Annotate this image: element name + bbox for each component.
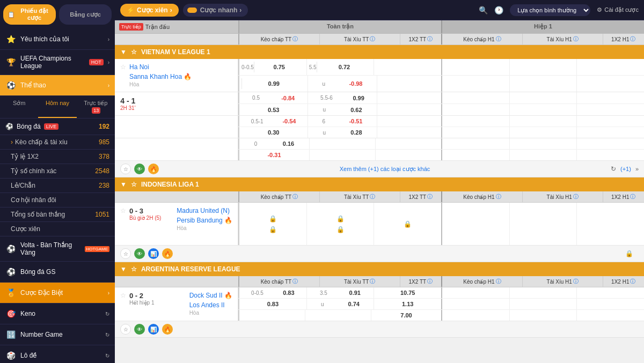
tab-tructiep[interactable]: Trực tiếp 13 bbox=[77, 96, 115, 118]
expand-icon[interactable]: ▼ bbox=[120, 48, 127, 56]
sport-category-bongda[interactable]: ⚽ Bóng đá LIVE 192 bbox=[0, 118, 115, 135]
star-icon[interactable]: ☆ bbox=[131, 48, 137, 56]
team-details-argentina: Dock Sud II 🔥 Los Andes II Hòa bbox=[189, 292, 232, 316]
phieu-dat-cuoc-button[interactable]: 📋 Phiếu đặt cược bbox=[3, 4, 56, 25]
kc-val-arg-a[interactable]: 0.83 bbox=[283, 290, 294, 296]
sidebar-item-cuocdacbiet[interactable]: 🏅 Cược Đặc Biệt › bbox=[0, 283, 115, 303]
kc-val-2b[interactable]: 0.53 bbox=[268, 107, 279, 113]
star-icon[interactable]: ☆ bbox=[120, 292, 126, 316]
tx-val-arg-a[interactable]: 0.91 bbox=[349, 290, 361, 296]
league-header-vleague[interactable]: ▼ ☆ VIETNAM V LEAGUE 1 bbox=[115, 45, 644, 59]
x2-val-arg-a[interactable]: 10.75 bbox=[400, 290, 415, 296]
star-icon[interactable]: ☆ bbox=[131, 181, 137, 188]
indonesia-team1[interactable]: Madura United (N) bbox=[177, 207, 232, 214]
star-icon[interactable]: ☆ bbox=[120, 63, 126, 87]
x2-val-arg-b[interactable]: 1.13 bbox=[402, 301, 413, 307]
indonesia-team2[interactable]: Persib Bandung 🔥 bbox=[177, 217, 232, 224]
sidebar-item-cuocxien[interactable]: Cược xiên bbox=[0, 222, 115, 236]
kc-val-3a[interactable]: -0.54 bbox=[282, 118, 296, 124]
expand-icon[interactable]: ▼ bbox=[120, 265, 127, 273]
indonesia-odds-area: 🔒 🔒 🔒 🔒 🔒 bbox=[238, 203, 644, 245]
taixiu-h1-4a bbox=[510, 138, 577, 149]
eye-icon[interactable]: 👁 bbox=[134, 248, 145, 259]
tab-homnay[interactable]: Hôm nay bbox=[38, 96, 76, 118]
star-icon[interactable]: ☆ bbox=[120, 324, 131, 335]
more-count[interactable]: (+1) bbox=[620, 166, 631, 172]
x2tt-arg: 1X2 TT ⓘ bbox=[400, 276, 441, 287]
league-header-indonesia[interactable]: ▼ ☆ INDONESIA LIGA 1 bbox=[115, 177, 644, 191]
chart-icon[interactable]: 📊 bbox=[148, 324, 159, 335]
kc-val-2a[interactable]: -0.84 bbox=[281, 95, 295, 101]
sidebar-item-tongso[interactable]: Tổng số bàn thắng 1051 bbox=[0, 208, 115, 222]
sidebar-item-bongdags[interactable]: ⚽ Bóng đá GS bbox=[0, 262, 115, 283]
tx-val-2b[interactable]: 0.62 bbox=[350, 107, 362, 113]
expand-icon[interactable]: ▼ bbox=[120, 181, 127, 188]
cuoc-nhanh-button[interactable]: Cược nhanh › bbox=[183, 4, 248, 17]
more-bets-link[interactable]: Xem thêm (+1) các loại cược khác bbox=[163, 166, 606, 173]
top-nav: ⚡ Cược xiên › Cược nhanh › 🔍 🕐 Lựa chọn … bbox=[115, 0, 644, 20]
star-icon[interactable]: ☆ bbox=[120, 207, 126, 241]
chevron-right-icon: › bbox=[108, 60, 109, 65]
kc-val-arg-b[interactable]: 0.83 bbox=[267, 301, 279, 307]
keochap-h1-1a bbox=[442, 59, 510, 75]
hiep1-odds-2b bbox=[441, 104, 644, 115]
kc-val-3b[interactable]: 0.30 bbox=[268, 129, 279, 136]
search-icon[interactable]: 🔍 bbox=[479, 6, 488, 14]
x2h1-id: 1X2 H1 ⓘ bbox=[603, 191, 644, 202]
star-icon[interactable]: ☆ bbox=[120, 164, 131, 174]
tx-val-2a[interactable]: 0.99 bbox=[353, 95, 364, 101]
sidebar-item-keno[interactable]: 🎯 Keno ↻ bbox=[0, 303, 115, 324]
sidebar-item-lechan[interactable]: Lẻ/Chẵn 238 bbox=[0, 179, 115, 193]
sidebar-item-uefa[interactable]: 🏆 UEFA Champions League HOT › bbox=[0, 50, 115, 75]
fire-icon[interactable]: 🔥 bbox=[162, 324, 173, 335]
col-sub-headers-indonesia: Kèo chấp TT ⓘ Tài Xíu TT ⓘ 1X2 TT ⓘ Kèo … bbox=[115, 191, 644, 203]
tx-val-1a[interactable]: 0.72 bbox=[317, 62, 372, 72]
chart-icon[interactable]: 📊 bbox=[148, 248, 159, 259]
league-header-argentina[interactable]: ▼ ☆ ARGENTINA RESERVE LEAGUE bbox=[115, 262, 644, 276]
tab-som[interactable]: Sớm bbox=[0, 96, 38, 118]
match-odds-argentina: 0-0.5 0.83 3.5 0.91 10.75 bbox=[238, 287, 644, 321]
argentina-team1[interactable]: Dock Sud II 🔥 bbox=[189, 292, 232, 299]
sidebar-item-numbergame[interactable]: 🔢 Number Game ↻ bbox=[0, 324, 115, 345]
x2-val-arg-c[interactable]: 7.00 bbox=[400, 312, 412, 318]
taixiu-cell-1b: u -0.98 bbox=[308, 76, 377, 92]
kc-val-1a[interactable]: 0.75 bbox=[254, 62, 304, 72]
hotgame-badge: HOTGAME bbox=[85, 246, 109, 252]
tongso-count: 1051 bbox=[95, 211, 109, 218]
settings-button[interactable]: ⚙ Cài đặt cược bbox=[597, 6, 639, 13]
refresh-icon-small[interactable]: ↻ bbox=[611, 165, 616, 173]
sidebar-item-keochap[interactable]: › Kèo chấp & tài xíu 985 bbox=[0, 135, 115, 150]
eye-icon[interactable]: 👁 bbox=[134, 164, 145, 174]
argentina-team2[interactable]: Los Andes II bbox=[189, 301, 232, 309]
hiep1-odds-4a bbox=[441, 138, 644, 149]
eye-icon[interactable]: 👁 bbox=[134, 324, 145, 335]
tx-val-1b[interactable]: -0.98 bbox=[349, 80, 362, 87]
sidebar-item-yeuthich[interactable]: ⭐ Yêu thích của tôi › bbox=[0, 29, 115, 50]
fire-icon[interactable]: 🔥 bbox=[162, 248, 173, 259]
bang-cuoc-button[interactable]: Bảng cược bbox=[59, 4, 112, 25]
star-icon[interactable]: ☆ bbox=[131, 265, 137, 273]
sidebar-item-ty1x2[interactable]: Tỷ lệ 1X2 378 bbox=[0, 150, 115, 164]
sidebar-item-tychinhxac[interactable]: Tỷ số chính xác 2548 bbox=[0, 164, 115, 179]
kc-val-4a[interactable]: 0.16 bbox=[283, 140, 294, 147]
kc-val-4b[interactable]: -0.31 bbox=[267, 152, 281, 158]
sidebar-item-thethao[interactable]: ⚽ Thể thao › bbox=[0, 75, 115, 96]
tx-val-3a[interactable]: -0.51 bbox=[349, 118, 362, 124]
keochap-cell-arg-a: 0-0.5 0.83 bbox=[239, 287, 307, 298]
sidebar-item-volta[interactable]: ⚽ Volta - Bàn Thắng Vàng HOTGAME bbox=[0, 236, 115, 262]
tx-val-arg-b[interactable]: 0.74 bbox=[348, 301, 360, 307]
sidebar-item-cohoi[interactable]: Cơ hội nhân đôi bbox=[0, 193, 115, 208]
cuoc-xien-button[interactable]: ⚡ Cược xiên › bbox=[120, 4, 179, 17]
info-icon: ⓘ bbox=[630, 193, 635, 201]
sidebar-item-lode[interactable]: 🎲 Lô đề ↻ bbox=[0, 345, 115, 363]
league-name-vleague: VIETNAM V LEAGUE 1 bbox=[141, 48, 210, 56]
team1-name[interactable]: Ha Noi bbox=[129, 63, 192, 71]
lua-chon-select[interactable]: Lựa chọn bình thường bbox=[510, 4, 590, 16]
team2-name[interactable]: Sanna Khanh Hoa 🔥 bbox=[129, 73, 192, 80]
star-icon[interactable]: ☆ bbox=[120, 248, 131, 259]
expand-icon-more[interactable]: » bbox=[635, 166, 639, 172]
info-icon: ⓘ bbox=[496, 278, 501, 285]
kc-val-1b[interactable]: 0.99 bbox=[241, 78, 305, 89]
fire-icon[interactable]: 🔥 bbox=[148, 164, 159, 174]
tx-val-3b[interactable]: 0.28 bbox=[350, 129, 362, 136]
